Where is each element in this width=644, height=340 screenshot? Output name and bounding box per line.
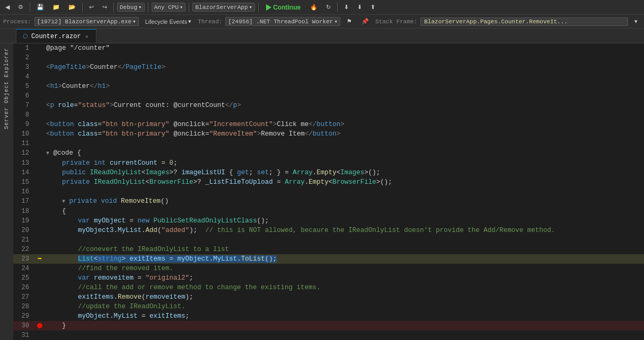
line-content-1: @page "/counter" [45,43,644,53]
sep7 [337,3,338,12]
line-number-19: 19 [13,216,34,226]
tab-bar: ⬡ Counter.razor ✕ [0,29,644,43]
line-number-9: 9 [13,120,34,129]
code-line-17: 17 ▼ private void RemoveItem() [13,196,644,207]
line-content-17: ▼ private void RemoveItem() [45,196,644,207]
thread-filter-btn[interactable]: ⚑ [343,17,355,26]
line-indicator-3 [34,62,45,72]
line-content-5: <h1>Counter</h1> [45,82,644,91]
save-btn[interactable]: 💾 [33,3,47,12]
line-indicator-25 [34,273,45,283]
line-number-8: 8 [13,110,34,120]
line-content-9: <button class="btn btn-primary" @onclick… [45,120,644,129]
sep3 [113,3,114,12]
line-number-22: 22 [13,245,34,254]
step-over-btn[interactable]: ⬇ [341,3,352,12]
code-line-21: 21 [13,235,644,245]
line-indicator-27 [34,292,45,302]
debug-bar: Process: [19712] BlazorServerApp.exe ▾ L… [0,15,644,29]
redo-btn[interactable]: ↪ [99,3,110,12]
code-line-18: 18 { [13,207,644,216]
lifecycle-events-btn[interactable]: Lifecycle Events ▾ [142,17,195,26]
thread-dropdown[interactable]: [24956] .NET ThreadPool Worker ▾ [225,17,340,26]
line-indicator-28 [34,302,45,311]
line-content-13: private int currentCount = 0; [45,158,644,168]
line-content-10: <button class="btn btn-primary" @onclick… [45,129,644,139]
line-number-29: 29 [13,311,34,321]
tab-counter-razor[interactable]: ⬡ Counter.razor ✕ [16,29,96,43]
process-dropdown[interactable]: [19712] BlazorServerApp.exe ▾ [34,17,139,26]
line-indicator-14 [34,168,45,177]
line-content-23: List<string> exitItems = myObject.MyList… [45,254,644,264]
execution-arrow-23: ➡ [38,254,42,264]
code-editor[interactable]: 1@page "/counter"23<PageTitle>Counter</P… [13,43,644,340]
process-label: Process: [3,19,31,25]
line-indicator-19 [34,216,45,226]
sep4 [148,3,148,12]
line-indicator-23: ➡ [34,254,45,264]
line-content-8 [45,110,644,120]
line-content-30: } [45,321,644,330]
forward-btn[interactable]: ⚙ [15,3,27,12]
main-toolbar: ◀ ⚙ 💾 📁 📂 ↩ ↪ Debug ▾ Any CPU ▾ BlazorSe… [0,0,644,15]
line-number-11: 11 [13,139,34,148]
line-indicator-20 [34,226,45,235]
tab-close-btn[interactable]: ✕ [84,33,90,40]
open-btn[interactable]: 📂 [65,3,79,12]
hot-reload-btn[interactable]: 🔥 [307,3,321,12]
line-content-24: //find the removed item. [45,264,644,273]
line-indicator-30 [34,321,45,330]
code-line-25: 25 var removeitem = "original2"; [13,273,644,283]
sep5 [189,3,189,12]
line-content-2 [45,53,644,62]
line-content-3: <PageTitle>Counter</PageTitle> [45,62,644,72]
thread-pin-btn[interactable]: 📌 [358,17,372,26]
app-dropdown[interactable]: BlazorServerApp ▾ [192,3,255,12]
line-content-29: myObject.MyList = exitItems; [45,311,644,321]
line-number-26: 26 [13,283,34,292]
line-number-2: 2 [13,53,34,62]
line-number-17: 17 [13,196,34,207]
save-all-btn[interactable]: 📁 [49,3,63,12]
code-line-29: 29 myObject.MyList = exitItems; [13,311,644,321]
continue-btn[interactable]: Continue [262,3,305,12]
code-line-27: 27 exitItems.Remove(removeitem); [13,292,644,302]
line-content-4 [45,72,644,82]
line-indicator-17 [34,196,45,207]
line-number-4: 4 [13,72,34,82]
line-number-20: 20 [13,226,34,235]
debug-dropdown[interactable]: Debug ▾ [117,3,145,12]
line-number-31: 31 [13,330,34,340]
line-indicator-12 [34,148,45,158]
line-number-30: 30 [13,321,34,330]
line-indicator-11 [34,139,45,148]
code-line-23: 23➡ List<string> exitItems = myObject.My… [13,254,644,264]
server-explorer-label: Server Object Explorer [4,48,10,129]
line-content-21 [45,235,644,245]
stack-frame-more-btn[interactable]: ▾ [631,17,641,26]
undo-btn[interactable]: ↩ [86,3,97,12]
code-line-30: 30 } [13,321,644,330]
code-line-6: 6 [13,91,644,101]
razor-icon: ⬡ [23,33,28,40]
code-line-14: 14 public IReadOnlyList<Images>? imageLi… [13,168,644,177]
code-line-8: 8 [13,110,644,120]
stack-frame-dropdown[interactable]: BlazorServerApp.Pages.Counter.RemoveIt..… [420,17,628,26]
back-btn[interactable]: ◀ [2,3,13,12]
cpu-dropdown[interactable]: Any CPU ▾ [152,3,186,12]
code-line-22: 22 //conevert the IReadOnlyList to a lis… [13,245,644,254]
line-indicator-4 [34,72,45,82]
step-into-btn[interactable]: ⬇ [354,3,365,12]
line-content-7: <p role="status">Current count: @current… [45,101,644,110]
restart-btn[interactable]: ↻ [323,3,334,12]
line-indicator-5 [34,82,45,91]
line-content-26: //call the add or remove method to chang… [45,283,644,292]
line-content-15: private IReadOnlyList<BrowserFile>? _Lis… [45,177,644,187]
line-indicator-18 [34,207,45,216]
line-content-20: myObject3.MyList.Add("added"); // this i… [45,226,644,235]
editor-container: Server Object Explorer 1@page "/counter"… [0,43,644,340]
step-out-btn[interactable]: ⬆ [367,3,378,12]
breakpoint-marker-30 [37,323,42,328]
line-indicator-26 [34,283,45,292]
line-content-31 [45,330,644,340]
